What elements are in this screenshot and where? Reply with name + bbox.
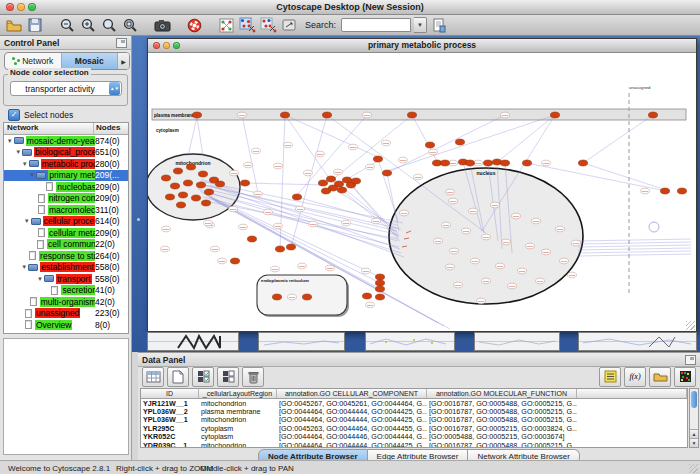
tree-row-mosaic-demo-yeast[interactable]: ▼mosaic-demo-yeast874(0) — [4, 135, 128, 147]
tree-row-establishment-of-lo[interactable]: ▼establishment of lo558(0) — [4, 262, 128, 274]
network-desktop[interactable]: primary metabolic process plasma membran… — [132, 36, 700, 352]
view-resize-grip[interactable] — [686, 321, 695, 330]
open-folder-icon[interactable] — [5, 16, 23, 34]
graph-ghost-node[interactable] — [229, 206, 238, 212]
graph-node[interactable] — [337, 187, 346, 193]
graph-ghost-node[interactable] — [572, 240, 581, 246]
graph-ghost-node[interactable] — [429, 149, 438, 155]
graph-node[interactable] — [186, 164, 195, 170]
graph-node[interactable] — [176, 202, 185, 208]
graph-ghost-node[interactable] — [477, 298, 486, 304]
scroll-down-button[interactable]: ▼ — [690, 438, 698, 447]
graph-node[interactable] — [373, 156, 382, 162]
graph-ghost-node[interactable] — [372, 218, 381, 224]
search-settings-icon[interactable] — [430, 16, 448, 34]
graph-node[interactable] — [198, 171, 207, 177]
graph-node[interactable] — [362, 293, 371, 299]
graph-node[interactable] — [161, 175, 170, 181]
graph-node[interactable] — [321, 188, 330, 194]
graph-ghost-node[interactable] — [491, 202, 500, 208]
new-attribute-button[interactable] — [167, 367, 189, 387]
graph-ghost-node[interactable] — [469, 208, 478, 214]
graph-edge[interactable] — [280, 115, 285, 249]
graph-node[interactable] — [465, 160, 474, 166]
graph-ghost-node[interactable] — [298, 263, 307, 269]
graph-ghost-node[interactable] — [560, 258, 569, 264]
graph-edge[interactable] — [500, 115, 555, 160]
close-view-button[interactable] — [153, 42, 160, 49]
graph-ghost-node[interactable] — [508, 283, 517, 289]
graph-ghost-node[interactable] — [162, 226, 171, 232]
graph-ghost-node[interactable] — [501, 112, 510, 118]
graph-ghost-node[interactable] — [502, 239, 511, 245]
graph-edge[interactable] — [188, 117, 197, 156]
graph-ghost-node[interactable] — [254, 191, 263, 197]
graph-ghost-node[interactable] — [496, 263, 505, 269]
tree-col-network[interactable]: Network — [4, 123, 94, 134]
graph-edge[interactable] — [331, 115, 412, 181]
graph-edge[interactable] — [578, 239, 691, 241]
zoom-view-button[interactable] — [173, 42, 180, 49]
first-neighbors-icon[interactable] — [238, 16, 256, 34]
graph-node[interactable] — [204, 189, 213, 195]
close-window-button[interactable] — [6, 3, 14, 11]
app-resize-grip[interactable] — [689, 464, 698, 473]
graph-edge[interactable] — [583, 115, 653, 163]
graph-ghost-node[interactable] — [454, 282, 463, 288]
table-col-annotation.GO MOLECULAR_FUNCTION[interactable]: annotation.GO MOLECULAR_FUNCTION — [427, 389, 577, 398]
graph-node[interactable] — [191, 195, 200, 201]
graph-node[interactable] — [178, 192, 187, 198]
graph-node[interactable] — [660, 188, 669, 194]
graph-node[interactable] — [375, 274, 384, 280]
graph-ghost-node[interactable] — [288, 294, 297, 300]
graph-ghost-node[interactable] — [218, 258, 227, 264]
graph-ghost-node[interactable] — [542, 249, 551, 255]
graph-ghost-node[interactable] — [252, 148, 261, 154]
graph-ghost-node[interactable] — [296, 206, 305, 212]
background-window-4[interactable] — [474, 332, 560, 351]
graph-node[interactable] — [201, 200, 210, 206]
graph-node[interactable] — [425, 142, 434, 148]
graph-ghost-node[interactable] — [274, 223, 283, 229]
tree-row-primary-metabo[interactable]: ▼primary metabo209(... — [4, 170, 128, 182]
background-window-3[interactable] — [365, 332, 455, 351]
tab-mosaic[interactable]: Mosaic — [62, 53, 119, 69]
graph-edge[interactable] — [197, 117, 203, 156]
graph-node[interactable] — [302, 294, 311, 300]
graph-ghost-node[interactable] — [449, 160, 458, 166]
graph-node[interactable] — [196, 182, 205, 188]
graph-edge[interactable] — [578, 242, 691, 244]
graph-ghost-node[interactable] — [363, 112, 372, 118]
graph-ghost-node[interactable] — [366, 302, 375, 308]
tree-row-macromolecule[interactable]: macromolecule311(0) — [4, 204, 128, 216]
function-builder-button[interactable]: f(x) — [624, 367, 646, 387]
graph-node[interactable] — [322, 112, 331, 118]
graph-ghost-node[interactable] — [204, 220, 213, 226]
graph-ghost-node[interactable] — [400, 210, 409, 216]
network-canvas[interactable]: plasma membrane cytoplasm mitochondrion … — [148, 53, 694, 330]
background-window-1[interactable] — [147, 332, 239, 351]
graph-node[interactable] — [375, 280, 384, 286]
tab-network[interactable]: Network — [5, 53, 62, 69]
tree-row-nucleobase-[interactable]: nucleobase-209(0) — [4, 181, 128, 193]
tab-overflow-arrow[interactable]: ▶ — [118, 53, 129, 69]
graph-ghost-node[interactable] — [446, 264, 455, 270]
select-all-attributes-button[interactable] — [192, 367, 214, 387]
graph-node[interactable] — [492, 159, 501, 165]
graph-node[interactable] — [522, 160, 531, 166]
network-tree-header[interactable]: Network Nodes — [4, 123, 128, 135]
network-window-titlebar[interactable]: primary metabolic process — [148, 39, 696, 53]
graph-ghost-node[interactable] — [532, 218, 541, 224]
search-dropdown-button[interactable]: ▼ — [414, 17, 427, 33]
background-window-5[interactable] — [578, 332, 697, 351]
graph-node[interactable] — [215, 181, 224, 187]
zoom-in-icon[interactable] — [79, 16, 97, 34]
graph-ghost-node[interactable] — [512, 213, 521, 219]
graph-ghost-node[interactable] — [446, 189, 455, 195]
zoom-selected-icon[interactable] — [100, 16, 118, 34]
graph-ghost-node[interactable] — [271, 266, 280, 272]
self-loop-edge[interactable] — [649, 222, 659, 232]
graph-ghost-node[interactable] — [542, 160, 551, 166]
graph-ghost-node[interactable] — [264, 209, 273, 215]
graph-ghost-node[interactable] — [518, 268, 527, 274]
